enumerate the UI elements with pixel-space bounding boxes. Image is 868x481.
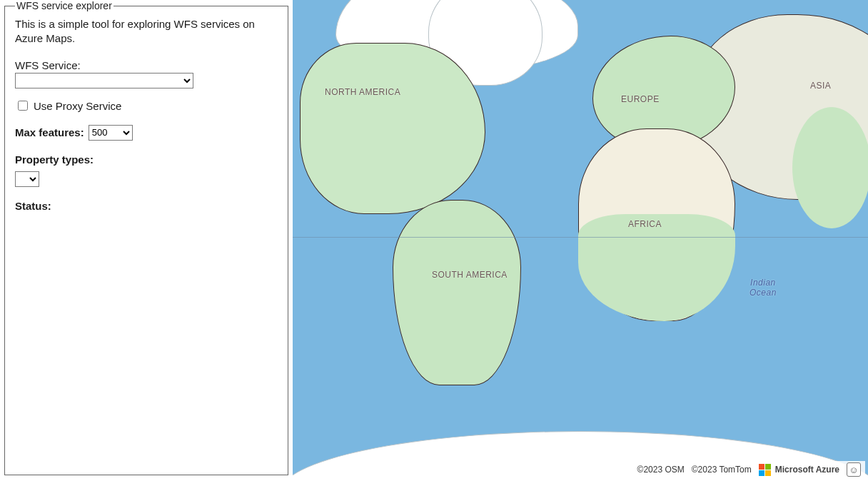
microsoft-logo-icon	[759, 464, 771, 476]
property-types-label: Property types:	[15, 153, 278, 166]
landmass-asia-forest	[792, 107, 868, 228]
map-label-indian-ocean: Indian Ocean	[750, 278, 777, 298]
feedback-button[interactable]: ☺	[847, 462, 861, 477]
landmass-africa-forest	[578, 214, 735, 321]
wfs-service-label: WFS Service:	[15, 59, 278, 71]
map-canvas[interactable]: NORTH AMERICA SOUTH AMERICA EUROPE AFRIC…	[293, 0, 868, 481]
equator-line	[293, 237, 868, 238]
property-types-select[interactable]	[15, 171, 39, 187]
max-features-label: Max features:	[15, 126, 84, 138]
attribution-osm: ©2023 OSM	[637, 465, 685, 475]
map-label-europe: EUROPE	[621, 94, 660, 104]
map-attribution: ©2023 OSM ©2023 TomTom Microsoft Azure ☺	[633, 461, 865, 478]
landmass-south-america	[393, 200, 521, 385]
sidebar-panel: WFS service explorer This is a simple to…	[4, 0, 288, 475]
map-label-south-america: SOUTH AMERICA	[432, 270, 508, 280]
map-label-africa: AFRICA	[628, 219, 662, 229]
map-label-asia: ASIA	[810, 81, 831, 91]
smiley-icon: ☺	[849, 465, 858, 475]
status-label: Status:	[15, 200, 51, 212]
wfs-service-select[interactable]	[15, 73, 193, 88]
panel-description: This is a simple tool for exploring WFS …	[15, 17, 278, 46]
use-proxy-label: Use Proxy Service	[34, 100, 121, 112]
attribution-tomtom: ©2023 TomTom	[692, 465, 752, 475]
wfs-explorer-fieldset: WFS service explorer This is a simple to…	[4, 0, 288, 475]
landmass-north-america	[300, 43, 485, 214]
microsoft-azure-logo: Microsoft Azure	[759, 464, 839, 476]
max-features-select[interactable]: 500	[89, 125, 133, 141]
map-label-north-america: NORTH AMERICA	[325, 87, 400, 97]
panel-legend: WFS service explorer	[15, 0, 113, 11]
use-proxy-checkbox[interactable]	[18, 101, 28, 111]
brand-text: Microsoft Azure	[775, 465, 839, 475]
